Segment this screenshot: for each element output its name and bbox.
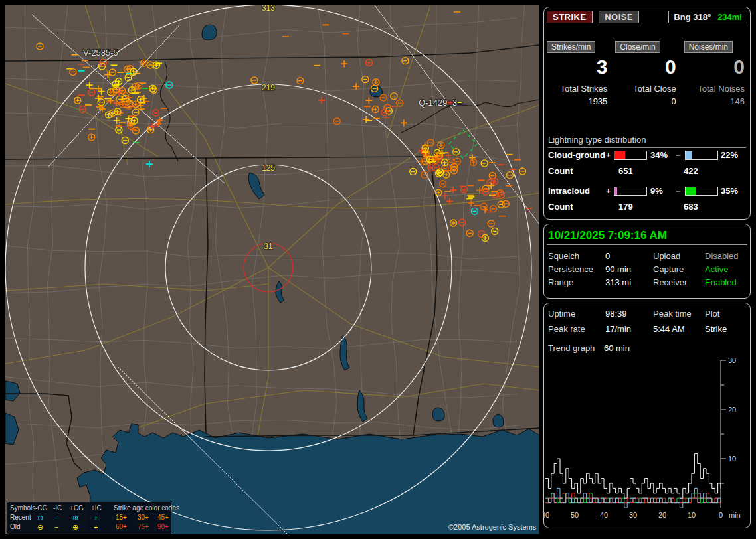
cg-plus-icon: ⊕ (72, 514, 78, 521)
cloud-ground-label: Cloud-ground (548, 150, 605, 160)
lightning-map[interactable]: 31321912531 V-2585-5Q-1429+3− Symbols -C… (5, 5, 539, 534)
ic-minus-pct: 35% (721, 186, 738, 196)
legend-col-cg-plus: +CG (70, 504, 84, 512)
ic-plus-pct: 9% (650, 186, 663, 196)
ic-plus-bar (614, 187, 647, 196)
distribution-heading: Lightning type distribution (548, 135, 746, 148)
ic-plus-icon: + (94, 514, 98, 521)
system-status-section: 10/21/2025 7:09:16 AM Squelch 0 Upload D… (543, 224, 751, 299)
cg-plus-icon: ⊕ (72, 524, 78, 530)
upload-status: Disabled (705, 251, 739, 261)
cg-plus-bar (614, 151, 647, 160)
peak-time-value: 5:44 AM (653, 324, 685, 334)
bearing-distance: 234mi (717, 12, 742, 22)
svg-text:0: 0 (719, 511, 723, 519)
total-noises-label: Total Noises (684, 84, 745, 94)
peak-rate-value: 17/min (605, 324, 631, 334)
total-close-value: 0 (615, 96, 676, 106)
cg-minus-icon: ⊖ (37, 524, 43, 530)
intracloud-label: Intracloud (548, 186, 590, 196)
receiver-status: Enabled (705, 277, 737, 287)
cloud-ground-count-row: Count 651 422 (544, 166, 750, 177)
map-canvas: 31321912531 V-2585-5Q-1429+3− (5, 5, 539, 534)
uptime-label: Uptime (548, 309, 575, 319)
peak-rate-label: Peak rate (548, 324, 585, 334)
cg-plus-pct: 34% (650, 150, 668, 160)
status-panel: STRIKE NOISE Bng 318°234mi Strikes/min 3… (543, 0, 752, 539)
upload-label: Upload (653, 251, 680, 261)
svg-text:V-2585-5: V-2585-5 (83, 48, 118, 58)
svg-text:219: 219 (262, 83, 275, 92)
svg-text:min: min (729, 511, 741, 519)
legend-col-ic-plus: +IC (91, 504, 102, 512)
noise-tab-button[interactable]: NOISE (599, 11, 639, 23)
uptime-value: 98:39 (605, 309, 627, 319)
age-75: 75+ (138, 523, 149, 530)
intracloud-count-row: Count 179 683 (544, 202, 750, 212)
total-noises-value: 146 (684, 96, 745, 106)
age-60: 60+ (116, 523, 127, 530)
capture-status: Active (705, 264, 728, 274)
age-30: 30+ (138, 514, 149, 521)
svg-text:313: 313 (262, 5, 275, 13)
svg-text:60: 60 (544, 511, 549, 519)
divider (547, 244, 747, 245)
strikes-per-min-label: Strikes/min (547, 41, 595, 53)
trend-graph-label: Trend graph (548, 343, 595, 353)
ic-minus-bar (685, 187, 718, 196)
svg-text:30: 30 (629, 511, 637, 519)
svg-text:30: 30 (728, 356, 736, 364)
trend-section: Uptime 98:39 Peak time Plot Peak rate 17… (543, 303, 751, 528)
cloud-ground-row: Cloud-ground + 34% − 22% (544, 150, 750, 161)
bearing-readout: Bng 318°234mi (668, 11, 747, 23)
copyright-text: ©2005 Astrogenic Systems (448, 523, 536, 531)
svg-text:50: 50 (571, 511, 579, 519)
cg-minus-pct: 22% (721, 150, 738, 160)
age-90: 90+ (157, 523, 169, 530)
symbol-legend: Symbols -CG -IC +CG +IC Strike age color… (7, 502, 171, 534)
legend-col-cg-minus: -CG (35, 504, 47, 512)
range-value: 313 mi (605, 277, 631, 287)
age-15: 15+ (116, 514, 127, 521)
strikes-per-min-value: 3 (547, 56, 607, 78)
svg-text:125: 125 (262, 163, 275, 173)
svg-text:Q-1429+3−: Q-1429+3− (419, 98, 462, 108)
rate-counters: Strikes/min 3 Total Strikes 1935 Close/m… (544, 40, 750, 106)
ic-minus-icon: − (54, 524, 58, 530)
plot-label: Plot (705, 309, 719, 319)
svg-text:10: 10 (728, 455, 736, 463)
svg-text:20: 20 (658, 511, 666, 519)
squelch-label: Squelch (548, 251, 579, 261)
legend-symbols-title: Symbols (10, 504, 35, 512)
peak-time-label: Peak time (653, 309, 692, 319)
cg-minus-bar (685, 151, 718, 160)
capture-label: Capture (653, 264, 684, 274)
legend-row-old-label: Old (10, 523, 21, 530)
plot-mode-value: Strike (705, 324, 727, 334)
svg-text:40: 40 (600, 511, 608, 519)
noises-per-min-label: Noises/min (684, 41, 733, 53)
strike-tab-button[interactable]: STRIKE (547, 11, 593, 23)
svg-text:10: 10 (688, 511, 696, 519)
total-strikes-value: 1935 (547, 96, 607, 106)
total-strikes-label: Total Strikes (547, 84, 607, 94)
close-per-min-label: Close/min (615, 41, 660, 53)
receiver-label: Receiver (653, 277, 687, 287)
datetime-display: 10/21/2025 7:09:16 AM (548, 229, 667, 242)
close-per-min-value: 0 (615, 56, 676, 78)
cg-plus-count: 651 (618, 166, 633, 176)
total-close-label: Total Close (615, 84, 676, 94)
persistence-value: 90 min (605, 264, 631, 274)
cg-minus-count: 422 (684, 166, 698, 176)
cg-minus-icon: ⊖ (37, 514, 43, 521)
intracloud-row: Intracloud + 9% − 35% (544, 186, 750, 196)
legend-age-title: Strike age color codes (114, 504, 179, 512)
ic-plus-icon: + (94, 524, 98, 530)
persistence-label: Persistence (548, 264, 593, 274)
range-label: Range (548, 277, 573, 287)
ic-minus-icon: − (54, 514, 58, 521)
strike-stats-section: STRIKE NOISE Bng 318°234mi Strikes/min 3… (543, 7, 751, 220)
legend-col-ic-minus: -IC (53, 504, 62, 512)
svg-text:20: 20 (728, 406, 736, 414)
age-45: 45+ (157, 514, 169, 521)
